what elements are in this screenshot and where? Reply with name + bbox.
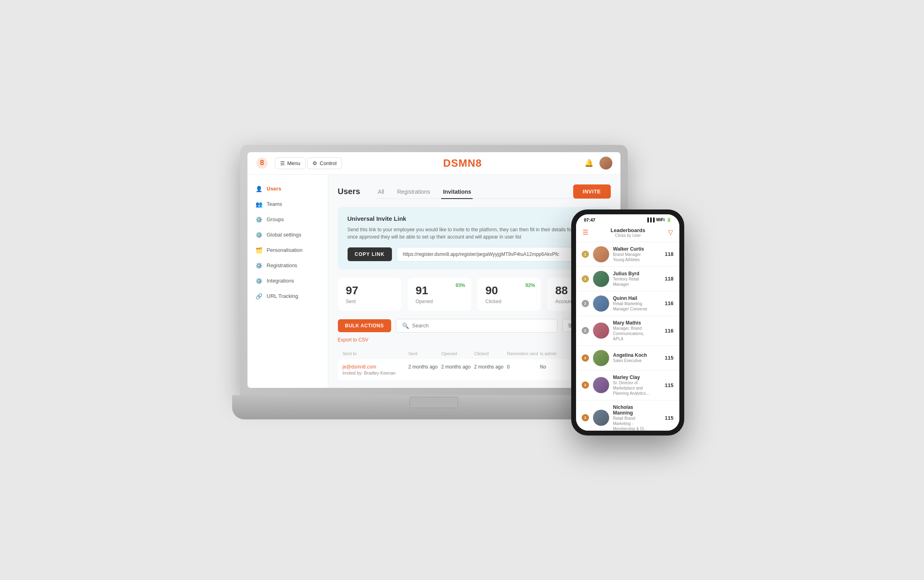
user-score: 118 xyxy=(665,276,674,282)
stat-percent-opened: 93% xyxy=(455,283,465,288)
list-item: 2 Mary Mathis Manager, BrandCommunicatio… xyxy=(576,316,679,346)
sidebar-item-teams[interactable]: 👥 Teams xyxy=(247,197,328,212)
leaderboard-title: Leaderboards xyxy=(588,227,668,233)
sidebar-item-global-settings[interactable]: ⚙️ Global settings xyxy=(247,227,328,243)
stat-card-sent: 97 Sent xyxy=(338,278,401,311)
rank-badge: 3 xyxy=(582,354,589,362)
phone-menu-icon[interactable]: ☰ xyxy=(582,228,588,236)
cell-is-admin: No xyxy=(540,364,573,370)
invite-link-row: COPY LINK https://register.dsmn8.app/reg… xyxy=(348,247,601,262)
app-body: 👤 Users 👥 Teams ⚙️ Groups ⚙️ xyxy=(247,175,620,388)
app-logo-icon: 8 xyxy=(256,157,268,170)
rank-badge: 3 xyxy=(582,381,589,389)
sidebar-item-integrations[interactable]: ⚙️ Integrations xyxy=(247,273,328,289)
search-input[interactable] xyxy=(412,322,551,329)
notification-bell[interactable]: 🔔 xyxy=(583,157,595,169)
integrations-icon: ⚙️ xyxy=(256,277,263,285)
avatar xyxy=(593,322,609,339)
col-clicked: Clicked xyxy=(474,351,507,356)
user-avatar[interactable] xyxy=(599,157,612,170)
header-logo: DSMN8 xyxy=(342,157,583,170)
col-reminders: Reminders sent xyxy=(507,351,540,356)
search-box: 🔍 xyxy=(396,319,557,333)
sidebar-item-groups[interactable]: ⚙️ Groups xyxy=(247,212,328,227)
stat-card-opened: 93% 91 Opened xyxy=(408,278,471,311)
user-score: 116 xyxy=(665,328,674,334)
user-score: 115 xyxy=(665,355,674,361)
toolbar: BULK ACTIONS 🔍 Select ▾ xyxy=(338,319,611,333)
stat-label-clicked: Clicked xyxy=(486,299,533,304)
teams-icon: 👥 xyxy=(256,201,263,208)
stats-row: 97 Sent 93% 91 Opened 92% 90 xyxy=(338,278,611,311)
laptop-body: 8 ☰ Menu ⚙ Control DSMN8 � xyxy=(240,145,628,395)
search-icon: 🔍 xyxy=(402,322,409,329)
header-nav: ☰ Menu ⚙ Control xyxy=(275,157,342,169)
page-header: Users All Registrations Invitations INVI… xyxy=(338,184,611,199)
url-tracking-icon: 🔗 xyxy=(256,293,263,300)
hamburger-icon: ☰ xyxy=(280,160,285,166)
phone-status-icons: ▐▐▐ WiFi 🔋 xyxy=(646,218,671,222)
list-item: 3 Angelina Koch Sales Executive 115 xyxy=(576,346,679,371)
stat-number-sent: 97 xyxy=(346,284,393,297)
personalisation-icon: 🗂️ xyxy=(256,247,263,254)
user-score: 116 xyxy=(665,300,674,306)
list-item: 2 Quinn Hail Retail MarketingManager Con… xyxy=(576,291,679,316)
signal-icon: ▐▐▐ xyxy=(646,218,654,222)
avatar xyxy=(593,295,609,312)
avatar xyxy=(593,271,609,287)
rank-badge: 2 xyxy=(582,300,589,307)
control-button[interactable]: ⚙ Control xyxy=(307,157,342,169)
scene: 8 ☰ Menu ⚙ Control DSMN8 � xyxy=(240,145,684,436)
user-info: Marley Clay Sr. Director ofMarketplace a… xyxy=(613,375,661,396)
rank-badge: 2 xyxy=(582,327,589,334)
user-role: Sales Executive xyxy=(613,358,661,363)
laptop-trackpad xyxy=(410,397,458,408)
battery-icon: 🔋 xyxy=(666,218,671,222)
laptop-screen: 8 ☰ Menu ⚙ Control DSMN8 � xyxy=(247,152,620,388)
rank-badge: 1 xyxy=(582,251,589,258)
user-score: 115 xyxy=(665,415,674,421)
menu-button[interactable]: ☰ Menu xyxy=(275,157,306,169)
list-item: 1 Walker Curtis Brand ManagerYoung Athle… xyxy=(576,242,679,267)
sidebar-item-personalisation[interactable]: 🗂️ Personalisation xyxy=(247,243,328,258)
col-sent: Sent xyxy=(409,351,442,356)
menu-label: Menu xyxy=(287,160,301,166)
invite-button[interactable]: INVITE xyxy=(573,184,611,199)
phone-header-title: Leaderboards Clicks by User xyxy=(588,227,668,238)
phone: 07:47 ▐▐▐ WiFi 🔋 ☰ Leaderboards Clicks b… xyxy=(571,209,684,436)
cell-opened: 2 months ago xyxy=(441,364,474,370)
user-role: Retail MarketingManager Converse xyxy=(613,301,661,312)
sidebar-label-groups: Groups xyxy=(267,216,284,222)
user-info: NicholasManning Retail BrandMarketing -M… xyxy=(613,404,661,431)
sidebar-item-registrations[interactable]: ⚙️ Registrations xyxy=(247,258,328,273)
sidebar-item-users[interactable]: 👤 Users xyxy=(247,181,328,197)
export-csv-link[interactable]: Export to CSV xyxy=(338,337,369,343)
cell-clicked: 2 months ago xyxy=(474,364,507,370)
user-icon: 👤 xyxy=(256,185,263,193)
phone-time: 07:47 xyxy=(584,218,595,222)
sidebar-item-url-tracking[interactable]: 🔗 URL Tracking xyxy=(247,289,328,304)
invite-link-desc: Send this link to your employee you woul… xyxy=(348,226,601,241)
avatar xyxy=(593,377,609,393)
avatar xyxy=(593,350,609,366)
cell-reminders: 0 xyxy=(507,364,540,370)
tab-all[interactable]: All xyxy=(376,185,386,199)
user-info: Angelina Koch Sales Executive xyxy=(613,352,661,363)
control-label: Control xyxy=(320,160,337,166)
phone-filter-icon[interactable]: ▽ xyxy=(668,228,673,236)
copy-link-button[interactable]: COPY LINK xyxy=(348,247,392,261)
phone-screen: 07:47 ▐▐▐ WiFi 🔋 ☰ Leaderboards Clicks b… xyxy=(576,214,679,431)
wifi-icon: WiFi xyxy=(656,218,664,222)
registrations-icon: ⚙️ xyxy=(256,262,263,269)
col-opened: Opened xyxy=(441,351,474,356)
gear-icon: ⚙ xyxy=(312,160,317,166)
user-role: Territory RetailManager xyxy=(613,276,661,287)
link-url: https://register.dsmn8.app/register/pega… xyxy=(397,247,601,262)
groups-icon: ⚙️ xyxy=(256,216,263,223)
tab-registrations[interactable]: Registrations xyxy=(396,185,432,199)
svg-text:8: 8 xyxy=(260,159,264,167)
tab-invitations[interactable]: Invitations xyxy=(441,185,473,199)
user-name: NicholasManning xyxy=(613,404,661,416)
bulk-actions-button[interactable]: BULK ACTIONS xyxy=(338,319,391,332)
rank-badge: 1 xyxy=(582,275,589,283)
